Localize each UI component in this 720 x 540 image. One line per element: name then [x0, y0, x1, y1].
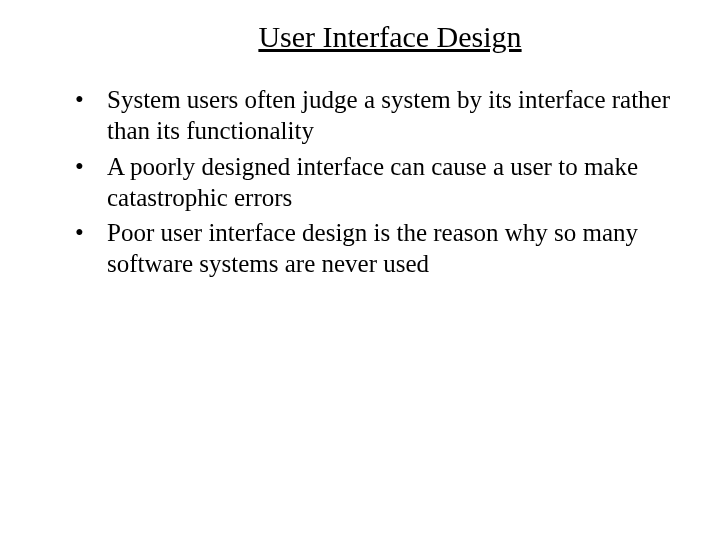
bullet-list: System users often judge a system by its…: [40, 84, 680, 280]
list-item: System users often judge a system by its…: [75, 84, 680, 147]
list-item: A poorly designed interface can cause a …: [75, 151, 680, 214]
slide-title: User Interface Design: [40, 20, 680, 54]
list-item: Poor user interface design is the reason…: [75, 217, 680, 280]
